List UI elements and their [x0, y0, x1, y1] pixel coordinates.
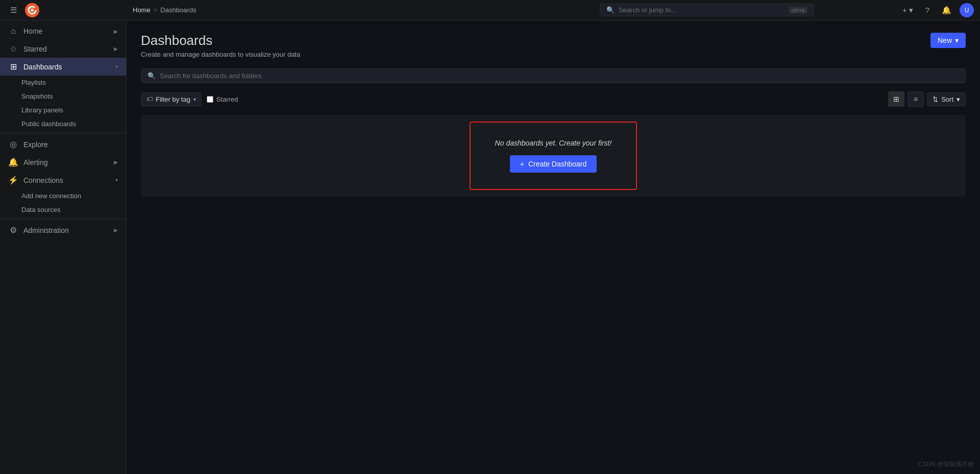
breadcrumb-separator: >: [154, 6, 158, 14]
sidebar-sub-item-playlists[interactable]: Playlists: [0, 76, 126, 89]
page-title-group: Dashboards Create and manage dashboards …: [141, 33, 300, 58]
sidebar-divider-2: [0, 219, 126, 219]
sidebar-item-alerting[interactable]: 🔔 Alerting ▶: [0, 153, 126, 171]
starred-icon: ☆: [8, 44, 18, 54]
sort-chevron: ▾: [957, 96, 960, 103]
sidebar-item-administration[interactable]: ⚙ Administration ▶: [0, 221, 126, 239]
layout: ⌂ Home ▶ ☆ Starred ▶ ⊞ Dashboards ▾ Play…: [0, 20, 980, 474]
search-placeholder-text: Search or jump to...: [619, 6, 785, 14]
sidebar-starred-toggle-icon: ▶: [114, 46, 118, 52]
help-button[interactable]: ?: [921, 3, 934, 17]
view-list-button[interactable]: ≡: [908, 91, 924, 107]
explore-icon: ◎: [8, 139, 18, 149]
new-button[interactable]: New ▾: [930, 33, 966, 48]
main-content: Dashboards Create and manage dashboards …: [127, 20, 980, 474]
folder-view-icon: ⊞: [893, 95, 899, 103]
sidebar-item-home[interactable]: ⌂ Home ▶: [0, 22, 126, 40]
topbar-right: + ▾ ? 🔔 U: [898, 3, 974, 18]
breadcrumb-home[interactable]: Home: [133, 6, 151, 14]
create-dashboard-plus: +: [520, 160, 524, 168]
starred-checkbox-label: Starred: [216, 96, 238, 103]
global-search-bar[interactable]: 🔍 Search or jump to... ctrl+k: [600, 4, 814, 16]
sidebar-administration-label: Administration: [23, 226, 109, 234]
new-button-chevron: ▾: [955, 36, 959, 44]
add-button[interactable]: + ▾: [898, 3, 917, 18]
plus-icon: +: [902, 6, 907, 14]
sidebar-explore-label: Explore: [23, 140, 118, 149]
sidebar-alerting-label: Alerting: [23, 158, 109, 167]
sidebar-snapshots-label: Snapshots: [21, 92, 53, 100]
filter-by-tag-label: Filter by tag: [156, 96, 190, 103]
sidebar-playlists-label: Playlists: [21, 79, 46, 86]
starred-filter-checkbox[interactable]: Starred: [207, 96, 238, 103]
new-button-label: New: [938, 36, 952, 44]
sidebar-sub-item-library-panels[interactable]: Library panels: [0, 103, 126, 117]
view-folder-button[interactable]: ⊞: [888, 91, 904, 107]
sidebar-sub-item-public-dashboards[interactable]: Public dashboards: [0, 117, 126, 131]
sidebar-starred-label: Starred: [23, 45, 109, 53]
sidebar-add-connection-label: Add new connection: [21, 192, 81, 200]
topbar: ☰ Home > Dashboards 🔍 Search or jump to.…: [0, 0, 980, 20]
sidebar: ⌂ Home ▶ ☆ Starred ▶ ⊞ Dashboards ▾ Play…: [0, 20, 127, 474]
search-icon: 🔍: [606, 6, 615, 14]
page-header: Dashboards Create and manage dashboards …: [141, 33, 966, 58]
filter-by-tag-select[interactable]: 🏷 Filter by tag ▾: [141, 92, 202, 106]
administration-icon: ⚙: [8, 225, 18, 235]
hamburger-menu[interactable]: ☰: [6, 3, 21, 18]
sidebar-item-dashboards[interactable]: ⊞ Dashboards ▾: [0, 58, 126, 76]
bell-icon: 🔔: [942, 6, 951, 15]
sidebar-dashboards-toggle-icon: ▾: [115, 64, 118, 69]
watermark: CSDN @假装我不帅: [918, 460, 974, 469]
svg-point-1: [31, 9, 34, 12]
alerting-icon: 🔔: [8, 157, 18, 167]
grafana-logo: [25, 3, 39, 17]
filter-row: 🏷 Filter by tag ▾ Starred ⊞ ≡ ⇅: [141, 91, 966, 107]
starred-checkbox-input[interactable]: [207, 96, 213, 103]
filter-left: 🏷 Filter by tag ▾ Starred: [141, 92, 238, 106]
dashboards-icon: ⊞: [8, 62, 18, 72]
sidebar-divider-1: [0, 133, 126, 133]
sidebar-item-connections[interactable]: ⚡ Connections ▾: [0, 171, 126, 189]
sort-icon: ⇅: [933, 96, 938, 103]
breadcrumb-current: Dashboards: [160, 6, 196, 14]
topbar-left: ☰: [6, 3, 129, 18]
sidebar-sub-item-add-connection[interactable]: Add new connection: [0, 189, 126, 203]
user-avatar[interactable]: U: [960, 3, 974, 17]
sidebar-library-panels-label: Library panels: [21, 106, 63, 114]
sidebar-alerting-toggle-icon: ▶: [114, 159, 118, 165]
page-subtitle: Create and manage dashboards to visualiz…: [141, 51, 300, 58]
dashboards-content-area: No dashboards yet. Create your first! + …: [141, 115, 966, 197]
tag-icon: 🏷: [146, 96, 153, 103]
create-dashboard-button[interactable]: + Create Dashboard: [510, 155, 597, 173]
filter-right: ⊞ ≡ ⇅ Sort ▾: [888, 91, 966, 107]
empty-state-box: No dashboards yet. Create your first! + …: [470, 122, 638, 190]
dashboard-search-bar[interactable]: 🔍: [141, 68, 966, 83]
list-view-icon: ≡: [914, 95, 918, 103]
home-icon: ⌂: [8, 27, 18, 36]
sidebar-sub-item-data-sources[interactable]: Data sources: [0, 203, 126, 217]
sort-select[interactable]: ⇅ Sort ▾: [927, 92, 966, 106]
add-chevron: ▾: [909, 6, 913, 15]
notifications-button[interactable]: 🔔: [938, 3, 955, 18]
filter-tag-chevron: ▾: [193, 97, 196, 102]
breadcrumb: Home > Dashboards: [133, 6, 516, 14]
dashboard-search-icon: 🔍: [148, 72, 156, 80]
watermark-text: CSDN @假装我不帅: [918, 461, 974, 468]
sidebar-main-section: ⌂ Home ▶ ☆ Starred ▶ ⊞ Dashboards ▾ Play…: [0, 20, 126, 241]
empty-state-text: No dashboards yet. Create your first!: [495, 139, 612, 147]
sidebar-dashboards-label: Dashboards: [23, 63, 110, 71]
create-dashboard-label: Create Dashboard: [528, 160, 586, 168]
sidebar-home-label: Home: [23, 27, 109, 35]
sidebar-connections-toggle-icon: ▾: [115, 177, 118, 183]
help-icon: ?: [925, 6, 929, 14]
sidebar-public-dashboards-label: Public dashboards: [21, 120, 76, 128]
sort-label: Sort: [941, 96, 953, 103]
sidebar-item-starred[interactable]: ☆ Starred ▶: [0, 40, 126, 58]
sidebar-sub-item-snapshots[interactable]: Snapshots: [0, 89, 126, 103]
sidebar-data-sources-label: Data sources: [21, 206, 61, 214]
dashboard-search-input[interactable]: [160, 72, 959, 80]
sidebar-home-toggle-icon: ▶: [114, 29, 118, 34]
sidebar-item-explore[interactable]: ◎ Explore: [0, 135, 126, 153]
sidebar-administration-toggle-icon: ▶: [114, 227, 118, 233]
topbar-center: 🔍 Search or jump to... ctrl+k: [516, 4, 898, 16]
